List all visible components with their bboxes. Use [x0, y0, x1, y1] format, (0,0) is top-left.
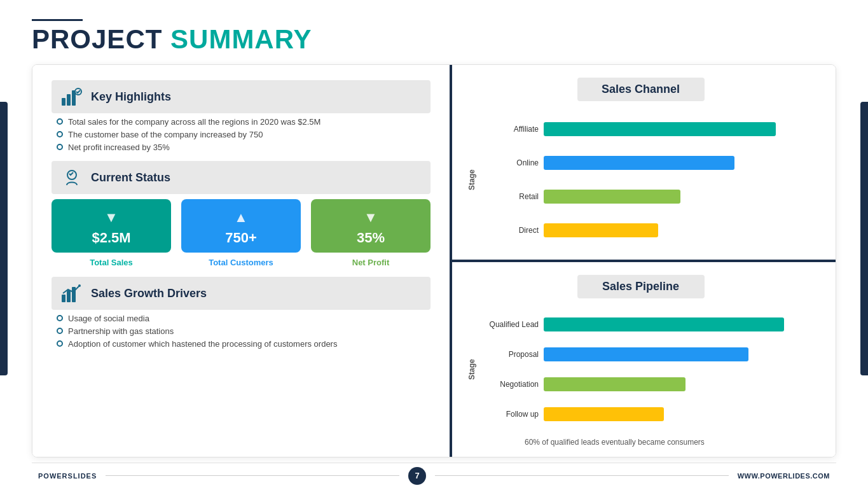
bar-label-follow-up: Follow up — [481, 410, 539, 419]
sales-growth-title: Sales Growth Drivers — [91, 287, 207, 300]
sales-pipeline-chart: Stage Qualified Lead Proposal — [465, 307, 816, 431]
bar-track-negotiation — [544, 377, 816, 391]
customers-value: 750+ — [225, 230, 257, 246]
main-content: Key Highlights Total sales for the compa… — [32, 64, 836, 457]
svg-rect-6 — [67, 291, 71, 302]
pipeline-note: 60% of qualified leads eventually became… — [465, 438, 816, 447]
bar-track-affiliate — [544, 122, 816, 136]
bar-label-qualified-lead: Qualified Lead — [481, 320, 539, 329]
bar-label-proposal: Proposal — [481, 350, 539, 359]
growth-bullet-2 — [57, 328, 63, 334]
header-line — [32, 19, 83, 21]
footer-brand: POWERSLIDES — [38, 472, 97, 480]
bullet-2 — [57, 131, 63, 137]
key-highlights-section: Key Highlights Total sales for the compa… — [52, 80, 431, 155]
current-status-section: Current Status ▼ $2.5M ▲ 750+ ▼ — [52, 161, 431, 270]
page-header: PROJECT SUMMARY — [32, 19, 836, 53]
bar-label-retail: Retail — [481, 192, 539, 201]
bar-fill-online — [544, 156, 734, 170]
status-cards: ▼ $2.5M ▲ 750+ ▼ 35% — [52, 195, 431, 256]
key-highlights-list: Total sales for the company across all t… — [52, 115, 431, 155]
bar-label-direct: Direct — [481, 226, 539, 235]
bar-track-proposal — [544, 347, 816, 361]
svg-rect-0 — [62, 98, 65, 106]
bar-label-affiliate: Affiliate — [481, 125, 539, 134]
sales-pipeline-section: Sales Pipeline Stage Qualified Lead — [452, 262, 836, 457]
sales-growth-section: Sales Growth Drivers Usage of social med… — [52, 277, 431, 351]
left-panel: Key Highlights Total sales for the compa… — [32, 65, 452, 457]
footer-url: WWW.POWERLIDES.COM — [738, 472, 830, 480]
growth-bullet-3 — [57, 340, 63, 347]
right-panel: Sales Channel Stage Affiliate Onli — [452, 65, 836, 457]
sales-channel-y-label: Stage — [465, 110, 479, 249]
bar-qualified-lead: Qualified Lead — [481, 317, 816, 331]
bar-track-online — [544, 156, 816, 170]
title-part2: SUMMARY — [170, 24, 312, 54]
sales-channel-chart: Stage Affiliate Online — [465, 110, 816, 249]
bar-label-online: Online — [481, 158, 539, 167]
bar-track-retail — [544, 190, 816, 204]
footer-page-number: 7 — [408, 467, 426, 485]
bar-online: Online — [481, 156, 816, 170]
svg-rect-5 — [62, 295, 65, 302]
sales-pipeline-bars: Qualified Lead Proposal — [481, 307, 816, 431]
bar-fill-proposal — [544, 347, 748, 361]
growth-bullet-1 — [57, 315, 63, 321]
title-part1: PROJECT — [32, 24, 162, 54]
profit-label: Net Profit — [352, 258, 390, 267]
sales-growth-list: Usage of social media Partnership with g… — [52, 311, 431, 351]
sales-pipeline-title: Sales Pipeline — [577, 275, 705, 298]
bar-track-direct — [544, 223, 816, 237]
bar-fill-follow-up — [544, 407, 664, 421]
bar-direct: Direct — [481, 223, 816, 237]
key-highlights-icon — [60, 85, 83, 108]
bar-proposal: Proposal — [481, 347, 816, 361]
card-labels-row: Total Sales Total Customers Net Profit — [52, 256, 431, 270]
sales-pipeline-y-label: Stage — [465, 307, 479, 431]
growth-item-3: Adoption of customer which hastened the … — [57, 339, 431, 349]
footer: POWERSLIDES 7 WWW.POWERLIDES.COM — [32, 463, 836, 488]
bar-follow-up: Follow up — [481, 407, 816, 421]
current-status-header: Current Status — [52, 161, 431, 194]
page-title: PROJECT SUMMARY — [32, 26, 836, 53]
svg-point-4 — [67, 171, 76, 179]
bar-affiliate: Affiliate — [481, 122, 816, 136]
highlight-item-3: Net profit increased by 35% — [57, 143, 431, 152]
bar-fill-affiliate — [544, 122, 776, 136]
bar-retail: Retail — [481, 190, 816, 204]
bar-fill-qualified-lead — [544, 317, 784, 331]
customers-label: Total Customers — [209, 258, 273, 267]
key-highlights-header: Key Highlights — [52, 80, 431, 113]
sales-value: $2.5M — [92, 230, 130, 246]
current-status-icon — [60, 166, 83, 189]
profit-arrow: ▼ — [364, 209, 378, 226]
customers-arrow: ▲ — [234, 209, 248, 226]
bar-fill-retail — [544, 190, 680, 204]
highlight-item-1: Total sales for the company across all t… — [57, 117, 431, 127]
left-accent-bar — [0, 102, 8, 375]
key-highlights-title: Key Highlights — [91, 90, 171, 104]
highlight-item-2: The customer base of the company increas… — [57, 130, 431, 139]
sales-channel-title: Sales Channel — [577, 78, 705, 101]
svg-rect-1 — [67, 94, 71, 106]
status-card-sales: ▼ $2.5M — [52, 199, 171, 253]
bar-fill-negotiation — [544, 377, 685, 391]
sales-channel-section: Sales Channel Stage Affiliate Onli — [452, 65, 836, 262]
bar-label-negotiation: Negotiation — [481, 380, 539, 389]
sales-label: Total Sales — [90, 258, 133, 267]
right-accent-bar — [860, 102, 868, 375]
bar-fill-direct — [544, 223, 658, 237]
svg-point-8 — [78, 284, 81, 287]
bar-track-follow-up — [544, 407, 816, 421]
sales-growth-header: Sales Growth Drivers — [52, 277, 431, 310]
footer-line-right — [435, 475, 729, 476]
status-card-profit: ▼ 35% — [311, 199, 431, 253]
growth-item-2: Partnership with gas stations — [57, 326, 431, 336]
profit-value: 35% — [357, 230, 385, 246]
status-card-customers: ▲ 750+ — [181, 199, 301, 253]
bullet-3 — [57, 144, 63, 150]
sales-growth-icon — [60, 282, 83, 305]
sales-channel-bars: Affiliate Online — [481, 110, 816, 249]
growth-item-1: Usage of social media — [57, 314, 431, 323]
bar-track-qualified-lead — [544, 317, 816, 331]
